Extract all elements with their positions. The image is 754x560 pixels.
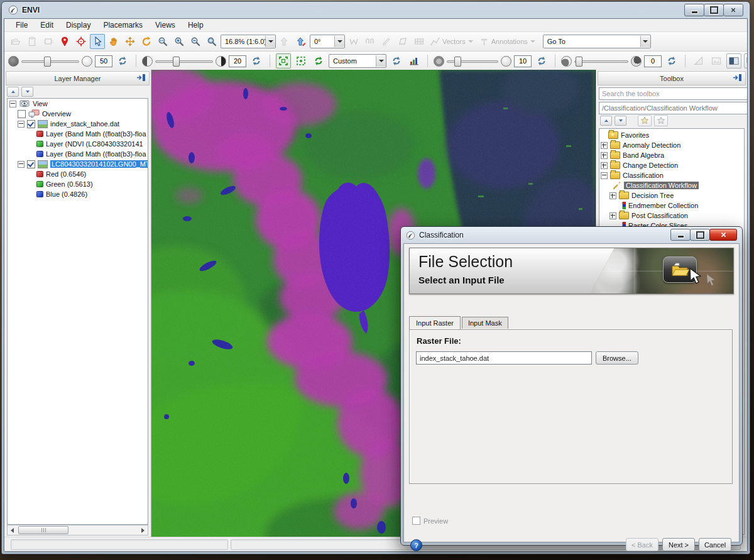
tree-item-overview[interactable]: Overview xyxy=(8,109,148,119)
stretch-combo[interactable]: Custom xyxy=(329,54,386,68)
toolbox-item-decision-tree[interactable]: Decision Tree xyxy=(599,190,744,200)
blend-reset-button[interactable] xyxy=(664,53,679,69)
vectors-dropdown[interactable]: Vectors xyxy=(428,36,476,48)
blend-field[interactable] xyxy=(644,55,662,67)
overview-checkbox[interactable] xyxy=(18,110,26,118)
zoom-out-button[interactable] xyxy=(188,34,203,49)
cursor-value-button[interactable] xyxy=(412,34,427,49)
freehand-tool-button[interactable] xyxy=(346,34,361,49)
expand-icon[interactable] xyxy=(601,142,608,149)
layout-single-button[interactable] xyxy=(726,53,741,69)
menu-file[interactable]: File xyxy=(9,19,34,31)
dialog-minimize-button[interactable] xyxy=(670,229,691,241)
toolbox-search-input[interactable] xyxy=(599,87,748,100)
menu-edit[interactable]: Edit xyxy=(34,19,60,31)
stretch-reset-button[interactable] xyxy=(389,53,404,69)
rotation-combo-arrow[interactable] xyxy=(334,36,344,47)
tree-item-ndvi[interactable]: Layer (NDVI (LC804303320141 xyxy=(8,139,148,149)
scroll-right-arrow[interactable] xyxy=(138,526,148,534)
open-file-button[interactable] xyxy=(8,34,23,49)
blend-slider[interactable] xyxy=(574,56,628,66)
histogram-stretch-button[interactable] xyxy=(407,53,422,69)
collapse-icon[interactable] xyxy=(18,121,25,128)
dialog-maximize-button[interactable] xyxy=(690,229,710,241)
collapse-all-button[interactable] xyxy=(600,116,612,126)
scroll-left-arrow[interactable] xyxy=(8,526,17,534)
add-favorite-button[interactable] xyxy=(638,115,652,126)
fly-tool-button[interactable] xyxy=(123,34,138,49)
menu-views[interactable]: Views xyxy=(149,19,182,31)
expand-icon[interactable] xyxy=(601,152,608,159)
zoom-extent-button[interactable] xyxy=(276,53,291,69)
promote-edit-button[interactable] xyxy=(293,34,309,49)
collapse-icon[interactable] xyxy=(18,161,25,168)
expand-icon[interactable] xyxy=(609,212,616,219)
select-tool-button[interactable] xyxy=(90,34,105,49)
toolbox-item-endmember-collection[interactable]: Endmember Collection xyxy=(599,200,744,211)
preview-checkbox[interactable] xyxy=(412,517,420,525)
raster-file-input[interactable] xyxy=(416,351,592,365)
brightness-slider[interactable] xyxy=(21,56,79,66)
rotation-combo[interactable]: 0° xyxy=(310,35,345,48)
toolbox-item-band-algebra[interactable]: Band Algebra xyxy=(599,150,744,160)
expand-icon[interactable] xyxy=(609,192,616,199)
tree-item-blue-band[interactable]: Blue (0.4826) xyxy=(8,189,148,199)
layer-manager-header[interactable]: Layer Manager xyxy=(6,71,150,85)
goto-combo[interactable]: Go To xyxy=(543,35,651,48)
tree-item-green-band[interactable]: Green (0.5613) xyxy=(8,179,148,189)
toolbox-item-post-classification[interactable]: Post Classification xyxy=(599,211,744,221)
contrast-reset-button[interactable] xyxy=(249,53,264,69)
toolbox-item-classification-workflow[interactable]: Classification Workflow xyxy=(599,180,744,190)
dock-panel-icon[interactable] xyxy=(136,73,147,82)
remove-favorite-button[interactable] xyxy=(654,115,668,126)
zoom-window-button[interactable] xyxy=(204,34,219,49)
landsat-checkbox[interactable] xyxy=(27,160,35,168)
auto-stretch-button[interactable] xyxy=(311,53,326,69)
collapse-icon[interactable] xyxy=(9,101,16,107)
dock-panel-icon[interactable] xyxy=(732,73,743,82)
tree-item-band-math-2[interactable]: Layer (Band Math ((float(b3)-floa xyxy=(8,149,148,159)
brightness-reset-button[interactable] xyxy=(115,53,130,69)
tree-item-index-stack[interactable]: index_stack_tahoe.dat xyxy=(8,119,148,129)
browse-button[interactable]: Browse... xyxy=(596,351,638,365)
brightness-field[interactable] xyxy=(95,55,112,67)
dialog-close-button[interactable] xyxy=(709,229,737,241)
goto-combo-arrow[interactable] xyxy=(640,36,650,47)
cancel-button[interactable]: Cancel xyxy=(699,538,731,551)
zoom-in-button[interactable] xyxy=(172,34,187,49)
expand-icon[interactable] xyxy=(601,162,608,169)
minimize-button[interactable] xyxy=(684,4,704,16)
toolbox-path-input[interactable] xyxy=(599,102,748,114)
parallel-tool-button[interactable] xyxy=(363,34,378,49)
transparency-field[interactable] xyxy=(514,55,532,67)
index-stack-checkbox[interactable] xyxy=(27,120,35,128)
layout-cascade-button[interactable] xyxy=(744,53,748,69)
tab-input-raster[interactable]: Input Raster xyxy=(409,316,461,329)
transparency-reset-button[interactable] xyxy=(534,53,549,69)
measure-tool-button[interactable] xyxy=(691,53,706,69)
contrast-field[interactable] xyxy=(229,55,246,67)
menu-display[interactable]: Display xyxy=(60,19,97,31)
promote-layer-button[interactable] xyxy=(277,34,292,49)
tab-input-mask[interactable]: Input Mask xyxy=(462,317,508,329)
snapshot-button[interactable] xyxy=(709,53,724,69)
stretch-combo-arrow[interactable] xyxy=(376,55,386,67)
collapse-all-button[interactable] xyxy=(7,87,19,97)
close-button[interactable] xyxy=(723,4,743,16)
maximize-button[interactable] xyxy=(704,4,724,16)
back-button[interactable]: < Back xyxy=(626,538,658,551)
layer-tree-hscrollbar[interactable] xyxy=(7,525,148,535)
draw-tool-button[interactable] xyxy=(379,34,394,49)
roi-tool-button[interactable] xyxy=(395,34,410,49)
toolbox-item-anomaly-detection[interactable]: Anomaly Detection xyxy=(599,140,744,150)
crosshair-button[interactable] xyxy=(74,34,89,49)
annotations-dropdown[interactable]: Annotations xyxy=(477,36,538,48)
zoom-tool-button[interactable] xyxy=(155,34,170,49)
view-extent-button[interactable] xyxy=(293,53,309,69)
zoom-level-combo[interactable]: 16.8% (1:6.0) xyxy=(221,35,276,48)
title-bar[interactable]: ENVI xyxy=(2,2,750,18)
next-button[interactable]: Next > xyxy=(662,538,695,551)
expand-all-button[interactable] xyxy=(615,116,626,126)
tree-item-red-band[interactable]: Red (0.6546) xyxy=(8,169,148,179)
menu-placemarks[interactable]: Placemarks xyxy=(97,19,149,31)
